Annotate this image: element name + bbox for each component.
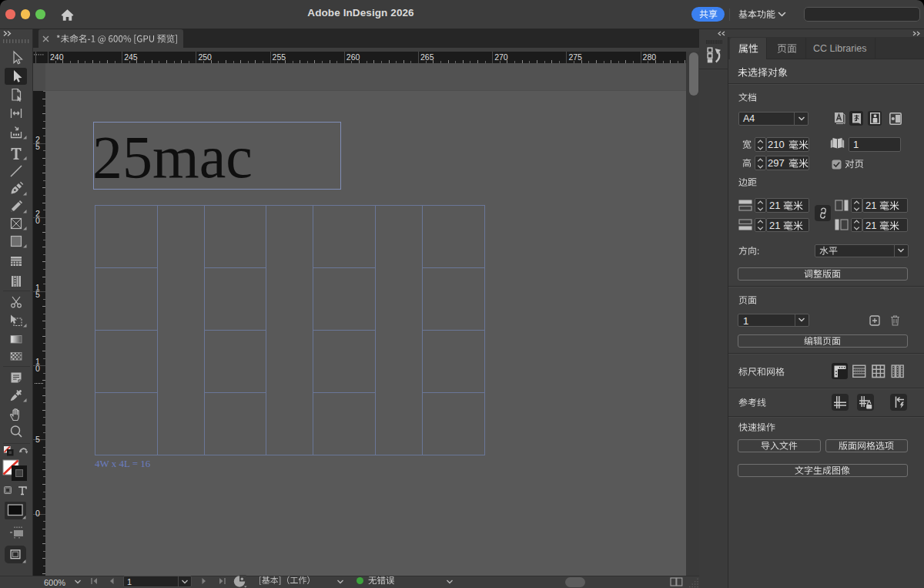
svg-text:250: 250 (198, 52, 212, 62)
svg-text:5: 5 (35, 435, 40, 444)
svg-text:240: 240 (50, 52, 64, 62)
svg-text:0: 0 (35, 216, 40, 225)
svg-text:270: 270 (494, 52, 508, 62)
svg-text:255: 255 (273, 52, 286, 62)
svg-text:280: 280 (643, 52, 657, 62)
svg-text:265: 265 (420, 52, 434, 62)
svg-text:245: 245 (124, 52, 138, 62)
svg-text:5: 5 (35, 290, 40, 299)
svg-text:0: 0 (35, 509, 40, 518)
svg-text:0: 0 (35, 364, 40, 373)
svg-text:5: 5 (35, 142, 40, 151)
svg-text:275: 275 (568, 52, 582, 62)
svg-text:260: 260 (346, 52, 360, 62)
